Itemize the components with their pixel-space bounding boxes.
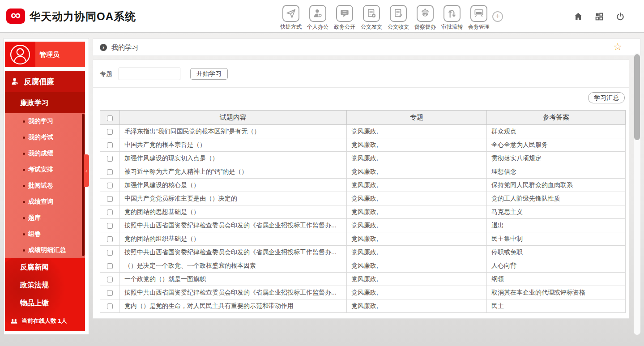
topic-cell: 党风廉政, [347, 219, 487, 232]
sidebar-item-my-score[interactable]: 我的成绩 [5, 145, 85, 162]
table-row: 被习近平称为共产党人精神上的“钙”的是（）党风廉政,理想信念 [100, 165, 626, 179]
people-icon [10, 318, 18, 324]
toolbar-label: 政务公开 [334, 23, 355, 31]
question-cell: 按照中共山西省国资委纪律检查委员会印发的《省属企业招投标工作监督办... [120, 246, 347, 259]
bullet-icon [23, 137, 25, 139]
question-cell: （）是决定一个政党、一个政权盛衰的根本因素 [120, 259, 347, 273]
toolbar-item-doc-send[interactable]: 公文发文 [358, 5, 385, 31]
sub-item-label: 成绩查询 [28, 198, 53, 206]
row-checkbox[interactable] [107, 142, 113, 148]
table-row: 一个政党的（）就是一面旗帜党风廉政,纲领 [100, 273, 626, 286]
online-status-text: 当前在线人数 1人 [21, 317, 67, 325]
column-header-topic: 专题 [347, 111, 487, 125]
sidebar-item-score-detail[interactable]: 成绩明细汇总 [5, 242, 85, 258]
topic-label: 专题 [100, 60, 112, 88]
toolbar-item-gov-public[interactable]: 政务公开 [331, 5, 358, 31]
sub-item-label: 成绩明细汇总 [28, 246, 66, 254]
question-cell: 中国共产党党员标准主要是由（）决定的 [120, 192, 347, 205]
answer-cell: 保持党同人民群众的血肉联系 [487, 179, 626, 192]
table-row: （）是决定一个政党、一个政权盛衰的根本因素党风廉政,人心向背 [100, 259, 626, 273]
sidebar-section-policy[interactable]: 政策法规 [5, 276, 85, 294]
topic-cell: 党风廉政, [347, 152, 487, 165]
toolbar-label: 公文发文 [361, 23, 382, 31]
user-avatar-icon [10, 44, 30, 65]
select-all-checkbox[interactable] [107, 115, 113, 121]
meeting-board-icon [470, 5, 487, 22]
sidebar-item-exam-schedule[interactable]: 考试安排 [5, 162, 85, 178]
home-button[interactable] [573, 12, 583, 21]
row-checkbox[interactable] [107, 209, 113, 215]
user-panel[interactable]: 管理员 [5, 42, 85, 67]
toolbar-item-supervision[interactable]: 督察督办 [412, 5, 439, 31]
question-cell: 加强作风建设的现实切入点是（） [120, 152, 347, 165]
content-panel: 专题 开始学习 学习汇总 试题内容 专题 参考答案 毛泽东指出“我们同国民党的根… [93, 60, 629, 319]
bullet-icon [23, 153, 25, 155]
apps-grid-button[interactable] [594, 12, 604, 21]
sidebar-collapse-handle[interactable]: ‹ [84, 154, 89, 187]
row-checkbox[interactable] [107, 303, 113, 309]
topic-cell: 党风廉政, [347, 299, 487, 313]
toolbar-item-meeting-mgmt[interactable]: 会务管理 [465, 5, 492, 31]
power-icon [615, 12, 625, 21]
table-row: 中国共产党的根本宗旨是（）党风廉政,全心全意为人民服务 [100, 138, 626, 152]
start-study-button[interactable]: 开始学习 [190, 68, 228, 80]
sidebar-section-study[interactable]: 廉政学习 [5, 92, 85, 113]
row-checkbox[interactable] [107, 277, 113, 282]
question-table: 试题内容 专题 参考答案 毛泽东指出“我们同国民党的根本区别”是有无（）党风廉政… [100, 110, 626, 313]
topic-cell: 党风廉政, [347, 179, 487, 192]
answer-cell: 民主集中制 [487, 232, 626, 246]
question-cell: 中国共产党的根本宗旨是（） [120, 138, 347, 152]
row-checkbox[interactable] [107, 223, 113, 229]
topic-cell: 党风廉政, [347, 286, 487, 299]
bullet-icon [23, 185, 25, 187]
sidebar-item-question-bank[interactable]: 题库 [5, 210, 85, 226]
question-cell: 按照中共山西省国资委纪律检查委员会印发的《省属企业招投标工作监督办... [120, 219, 347, 232]
row-checkbox[interactable] [107, 169, 113, 175]
toolbar-item-approval-flow[interactable]: 审批流转 [439, 5, 465, 31]
page-scrollbar-thumb[interactable] [634, 54, 640, 140]
doc-receive-icon [390, 5, 407, 22]
topic-cell: 党风廉政, [347, 192, 487, 205]
toolbar-item-doc-receive[interactable]: 公文收文 [385, 5, 412, 31]
page-title: 我的学习 [111, 39, 138, 56]
question-cell: 党内（）是党的生命，对人民民主具有重要的示范和带动作用 [120, 299, 347, 313]
sidebar-section-news[interactable]: 反腐新闻 [5, 258, 85, 276]
sidebar-item-compose-paper[interactable]: 组卷 [5, 226, 85, 242]
row-checkbox[interactable] [107, 236, 113, 242]
sidebar-item-my-exam[interactable]: 我的考试 [5, 129, 85, 145]
search-form: 专题 开始学习 [93, 60, 629, 88]
select-all-cell [100, 111, 120, 125]
row-checkbox[interactable] [107, 263, 113, 269]
row-checkbox[interactable] [107, 129, 113, 135]
favorite-star-icon[interactable]: ☆ [613, 41, 622, 53]
person-add-icon [309, 5, 326, 22]
row-checkbox[interactable] [107, 290, 113, 296]
study-summary-button[interactable]: 学习汇总 [588, 92, 625, 103]
toolbar-item-shortcuts[interactable]: 快捷方式 [277, 5, 304, 31]
topic-input[interactable] [119, 68, 180, 80]
answer-cell: 全心全意为人民服务 [487, 138, 626, 152]
sidebar-item-grade-papers[interactable]: 批阅试卷 [5, 178, 85, 194]
sub-item-label: 题库 [28, 214, 41, 222]
sidebar-section-goods[interactable]: 物品上缴 [5, 294, 85, 312]
sidebar-item-score-query[interactable]: 成绩查询 [5, 194, 85, 210]
user-name: 管理员 [39, 42, 60, 67]
row-checkbox[interactable] [107, 196, 113, 202]
app-title: 华天动力协同OA系统 [30, 9, 136, 24]
sub-item-label: 我的成绩 [28, 150, 53, 158]
bullet-icon [23, 120, 25, 123]
row-checkbox[interactable] [107, 250, 113, 256]
collapse-arrow-icon: ‹ [85, 168, 87, 174]
toolbar-item-personal-office[interactable]: 个人办公 [304, 5, 331, 31]
row-checkbox[interactable] [107, 156, 113, 162]
row-checkbox[interactable] [107, 183, 113, 188]
logout-button[interactable] [615, 12, 625, 21]
sidebar-item-my-study[interactable]: 我的学习 [5, 113, 85, 129]
app-header: ∞ 华天动力协同OA系统 快捷方式 个人办公 [0, 0, 644, 33]
bullet-icon [23, 249, 25, 252]
topic-cell: 党风廉政, [347, 165, 487, 179]
sidebar-root-label: 反腐倡廉 [24, 77, 54, 87]
add-shortcut-button[interactable]: + [492, 11, 503, 22]
answer-cell: 理想信念 [487, 165, 626, 179]
sidebar-item-anticorruption[interactable]: 反腐倡廉 [5, 71, 85, 92]
